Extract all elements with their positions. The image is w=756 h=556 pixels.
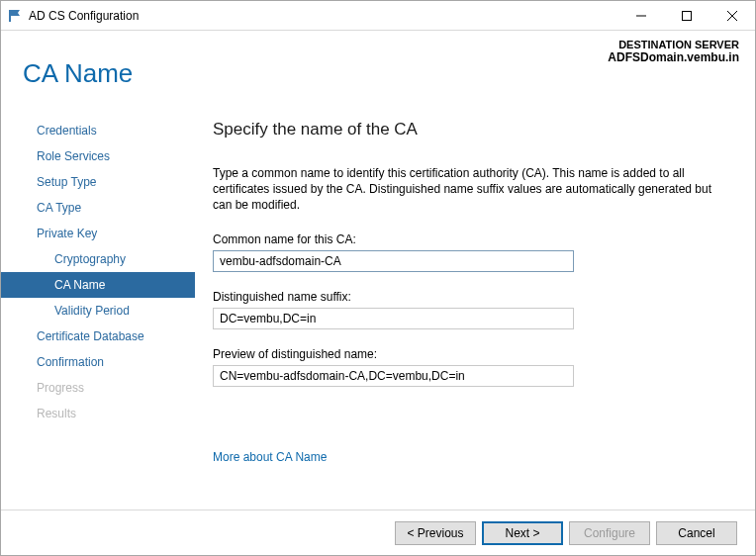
sidebar-item-ca-type[interactable]: CA Type (1, 195, 195, 221)
configure-button: Configure (569, 521, 650, 545)
wizard-body: Credentials Role Services Setup Type CA … (1, 102, 755, 510)
destination-server: ADFSDomain.vembu.in (608, 50, 739, 64)
sidebar-item-role-services[interactable]: Role Services (1, 143, 195, 169)
svg-rect-0 (9, 10, 11, 22)
sidebar-item-certificate-database[interactable]: Certificate Database (1, 324, 195, 349)
title-bar: AD CS Configuration (1, 1, 755, 31)
maximize-button[interactable] (664, 1, 709, 31)
field-common-name: Common name for this CA: (213, 232, 727, 272)
sidebar-item-results: Results (1, 401, 195, 426)
sidebar-item-confirmation[interactable]: Confirmation (1, 349, 195, 375)
main-heading: Specify the name of the CA (213, 120, 727, 139)
main-description: Type a common name to identify this cert… (213, 165, 727, 213)
sidebar-item-validity-period[interactable]: Validity Period (1, 298, 195, 324)
close-button[interactable] (709, 1, 755, 31)
sidebar-item-private-key[interactable]: Private Key (1, 221, 195, 246)
sidebar-item-progress: Progress (1, 375, 195, 401)
cancel-button[interactable]: Cancel (656, 521, 737, 545)
dn-suffix-input[interactable] (213, 308, 574, 329)
window-controls (618, 1, 755, 31)
dn-suffix-label: Distinguished name suffix: (213, 290, 727, 304)
sidebar-item-setup-type[interactable]: Setup Type (1, 169, 195, 195)
sidebar-item-ca-name[interactable]: CA Name (1, 272, 195, 298)
svg-rect-2 (683, 11, 692, 20)
destination-label: DESTINATION SERVER (608, 39, 739, 50)
common-name-label: Common name for this CA: (213, 232, 727, 246)
wizard-main: Specify the name of the CA Type a common… (195, 102, 755, 510)
window-title: AD CS Configuration (29, 9, 139, 23)
sidebar-item-credentials[interactable]: Credentials (1, 118, 195, 143)
next-button[interactable]: Next > (482, 521, 563, 545)
field-dn-preview: Preview of distinguished name: (213, 347, 727, 387)
wizard-header: CA Name DESTINATION SERVER ADFSDomain.ve… (1, 31, 755, 102)
destination-info: DESTINATION SERVER ADFSDomain.vembu.in (608, 39, 739, 64)
app-icon (1, 8, 29, 24)
field-dn-suffix: Distinguished name suffix: (213, 290, 727, 329)
minimize-button[interactable] (618, 1, 664, 31)
dn-preview-input[interactable] (213, 365, 574, 387)
wizard-sidebar: Credentials Role Services Setup Type CA … (1, 102, 195, 510)
previous-button[interactable]: < Previous (395, 521, 476, 545)
dn-preview-label: Preview of distinguished name: (213, 347, 727, 361)
common-name-input[interactable] (213, 250, 574, 272)
wizard-footer: < Previous Next > Configure Cancel (1, 510, 755, 555)
more-about-link[interactable]: More about CA Name (213, 450, 327, 464)
sidebar-item-cryptography[interactable]: Cryptography (1, 246, 195, 272)
